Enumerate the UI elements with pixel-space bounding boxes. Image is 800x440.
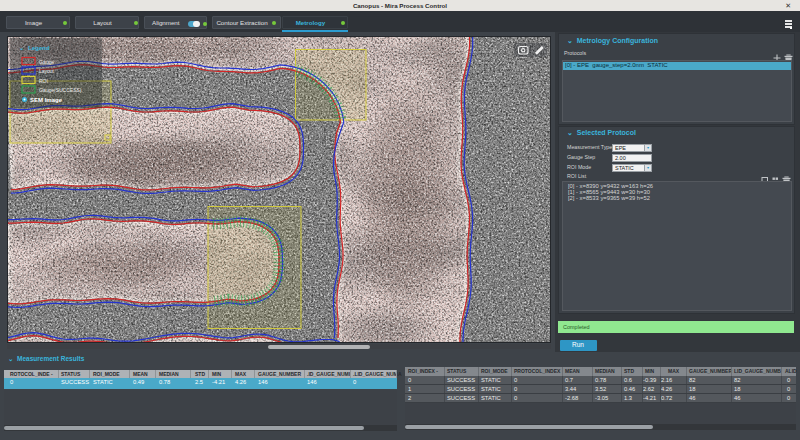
svg-text:Legend: Legend [28, 45, 50, 51]
svg-text:Gauge(SUCCESS): Gauge(SUCCESS) [39, 87, 82, 93]
svg-text:Gauge: Gauge [39, 59, 54, 65]
svg-text:⌄: ⌄ [19, 45, 24, 51]
svg-text:ROI: ROI [39, 78, 48, 84]
svg-text:Layout: Layout [39, 68, 55, 74]
svg-text:SEM Image: SEM Image [30, 97, 63, 103]
